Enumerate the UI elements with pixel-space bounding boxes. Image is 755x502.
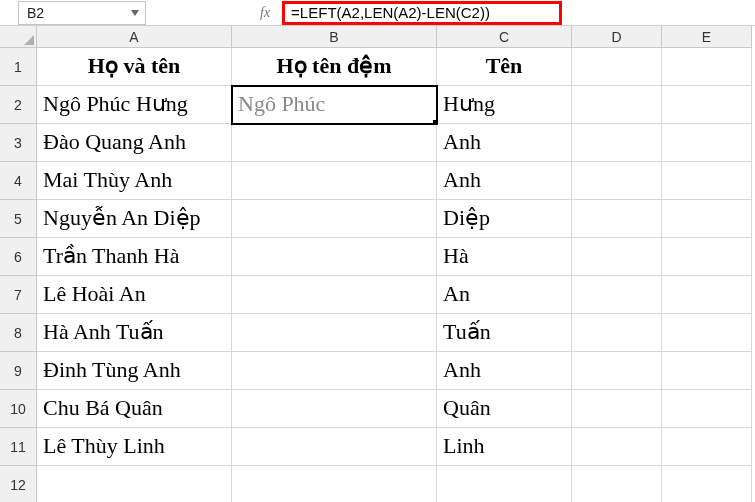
- name-box[interactable]: B2: [18, 1, 146, 25]
- row-header-9[interactable]: 9: [0, 352, 37, 390]
- cell-A12[interactable]: [37, 466, 232, 502]
- cell-A5[interactable]: Nguyễn An Diệp: [37, 200, 232, 238]
- cell-C11[interactable]: Linh: [437, 428, 572, 466]
- dropdown-icon[interactable]: [129, 7, 141, 19]
- cell-B4[interactable]: [232, 162, 437, 200]
- col-header-A[interactable]: A: [37, 26, 232, 48]
- cell-B3[interactable]: [232, 124, 437, 162]
- cell-C5[interactable]: Diệp: [437, 200, 572, 238]
- cell-E5[interactable]: [662, 200, 752, 238]
- cell-C7[interactable]: An: [437, 276, 572, 314]
- cell-E7[interactable]: [662, 276, 752, 314]
- cell-B8[interactable]: [232, 314, 437, 352]
- cell-B11[interactable]: [232, 428, 437, 466]
- cell-E11[interactable]: [662, 428, 752, 466]
- cell-C1[interactable]: Tên: [437, 48, 572, 86]
- cell-D4[interactable]: [572, 162, 662, 200]
- cell-D1[interactable]: [572, 48, 662, 86]
- name-box-value: B2: [27, 5, 44, 21]
- cell-C8[interactable]: Tuấn: [437, 314, 572, 352]
- cell-D10[interactable]: [572, 390, 662, 428]
- cell-E10[interactable]: [662, 390, 752, 428]
- cell-A10[interactable]: Chu Bá Quân: [37, 390, 232, 428]
- row-header-4[interactable]: 4: [0, 162, 37, 200]
- cell-E1[interactable]: [662, 48, 752, 86]
- cell-A1[interactable]: Họ và tên: [37, 48, 232, 86]
- cell-D3[interactable]: [572, 124, 662, 162]
- cell-B12[interactable]: [232, 466, 437, 502]
- cell-A7[interactable]: Lê Hoài An: [37, 276, 232, 314]
- cell-C3[interactable]: Anh: [437, 124, 572, 162]
- cell-C2[interactable]: Hưng: [437, 86, 572, 124]
- row-header-3[interactable]: 3: [0, 124, 37, 162]
- cell-C12[interactable]: [437, 466, 572, 502]
- cell-B6[interactable]: [232, 238, 437, 276]
- cell-D2[interactable]: [572, 86, 662, 124]
- row-header-10[interactable]: 10: [0, 390, 37, 428]
- col-header-C[interactable]: C: [437, 26, 572, 48]
- cell-B2[interactable]: Ngô Phúc: [232, 86, 437, 124]
- cell-E4[interactable]: [662, 162, 752, 200]
- cell-B7[interactable]: [232, 276, 437, 314]
- cell-A8[interactable]: Hà Anh Tuấn: [37, 314, 232, 352]
- col-header-D[interactable]: D: [572, 26, 662, 48]
- cell-B1[interactable]: Họ tên đệm: [232, 48, 437, 86]
- cell-A4[interactable]: Mai Thùy Anh: [37, 162, 232, 200]
- cell-D5[interactable]: [572, 200, 662, 238]
- row-header-12[interactable]: 12: [0, 466, 37, 502]
- cell-E12[interactable]: [662, 466, 752, 502]
- cell-C6[interactable]: Hà: [437, 238, 572, 276]
- cell-B9[interactable]: [232, 352, 437, 390]
- col-header-B[interactable]: B: [232, 26, 437, 48]
- cell-B10[interactable]: [232, 390, 437, 428]
- cell-D7[interactable]: [572, 276, 662, 314]
- cell-C4[interactable]: Anh: [437, 162, 572, 200]
- spreadsheet-grid[interactable]: A B C D E 1 Họ và tên Họ tên đệm Tên 2 N…: [0, 26, 755, 502]
- fx-icon[interactable]: fx: [256, 5, 274, 21]
- cell-E6[interactable]: [662, 238, 752, 276]
- cell-B5[interactable]: [232, 200, 437, 238]
- row-header-6[interactable]: 6: [0, 238, 37, 276]
- cell-E8[interactable]: [662, 314, 752, 352]
- cell-C10[interactable]: Quân: [437, 390, 572, 428]
- row-header-11[interactable]: 11: [0, 428, 37, 466]
- cell-A6[interactable]: Trần Thanh Hà: [37, 238, 232, 276]
- col-header-E[interactable]: E: [662, 26, 752, 48]
- cell-D12[interactable]: [572, 466, 662, 502]
- row-header-5[interactable]: 5: [0, 200, 37, 238]
- row-header-2[interactable]: 2: [0, 86, 37, 124]
- row-header-1[interactable]: 1: [0, 48, 37, 86]
- cell-E2[interactable]: [662, 86, 752, 124]
- formula-bar-row: B2 fx =LEFT(A2,LEN(A2)-LEN(C2)): [0, 0, 755, 26]
- cell-D11[interactable]: [572, 428, 662, 466]
- cell-C9[interactable]: Anh: [437, 352, 572, 390]
- formula-text: =LEFT(A2,LEN(A2)-LEN(C2)): [291, 4, 490, 22]
- cell-D9[interactable]: [572, 352, 662, 390]
- cell-A11[interactable]: Lê Thùy Linh: [37, 428, 232, 466]
- row-header-8[interactable]: 8: [0, 314, 37, 352]
- formula-bar[interactable]: =LEFT(A2,LEN(A2)-LEN(C2)): [282, 1, 562, 25]
- cell-E3[interactable]: [662, 124, 752, 162]
- cell-A9[interactable]: Đinh Tùng Anh: [37, 352, 232, 390]
- cell-A2[interactable]: Ngô Phúc Hưng: [37, 86, 232, 124]
- cell-E9[interactable]: [662, 352, 752, 390]
- cell-A3[interactable]: Đào Quang Anh: [37, 124, 232, 162]
- row-header-7[interactable]: 7: [0, 276, 37, 314]
- select-all-corner[interactable]: [0, 26, 37, 48]
- cell-D8[interactable]: [572, 314, 662, 352]
- cell-D6[interactable]: [572, 238, 662, 276]
